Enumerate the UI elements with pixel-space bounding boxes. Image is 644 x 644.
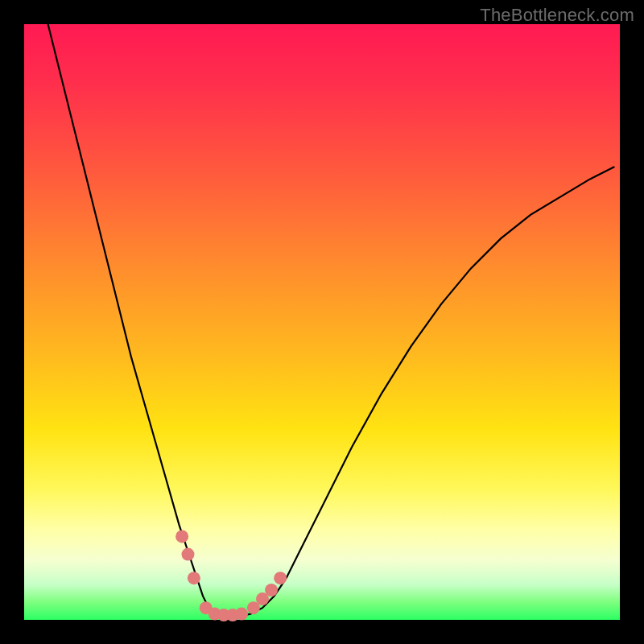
- curve-marker: [188, 572, 200, 584]
- chart-frame: TheBottleneck.com: [0, 0, 644, 644]
- curve-marker: [175, 530, 188, 543]
- curve-marker: [274, 572, 287, 584]
- curve-markers: [175, 530, 287, 621]
- plot-area: [24, 24, 620, 620]
- watermark-text: TheBottleneck.com: [480, 5, 634, 26]
- curve-marker: [235, 608, 248, 621]
- curve-marker: [265, 584, 278, 597]
- chart-svg: [24, 24, 620, 620]
- curve-marker: [182, 548, 195, 561]
- curve-path: [48, 24, 614, 617]
